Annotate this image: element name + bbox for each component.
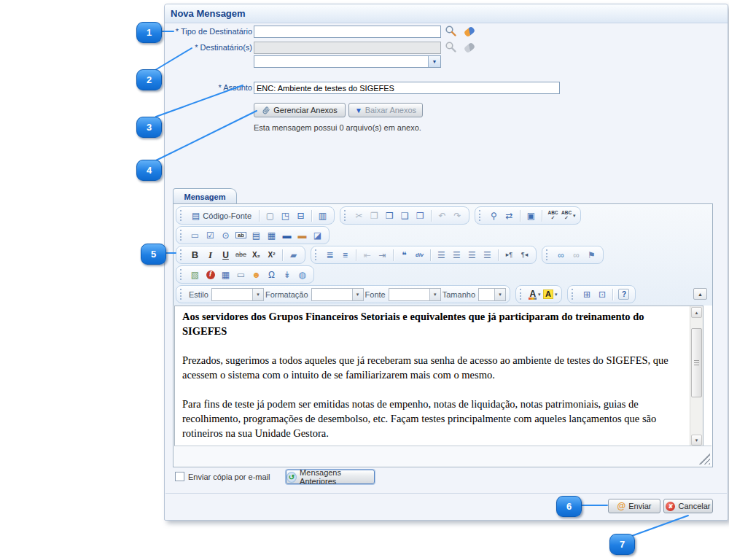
align-justify-icon[interactable]: ☰ [480, 248, 494, 262]
chevron-down-icon[interactable]: ▾ [252, 289, 263, 300]
bullet-list-icon[interactable]: ≡ [338, 248, 352, 262]
replace-icon[interactable]: ⇄ [502, 209, 516, 222]
chevron-down-icon[interactable]: ▾ [538, 292, 541, 298]
smiley-icon[interactable]: ☻ [249, 268, 263, 281]
print-icon[interactable]: ⊟ [294, 209, 308, 222]
paste-from-word-icon[interactable]: ❒ [413, 209, 427, 222]
download-attachments-label: Baixar Anexos [365, 106, 416, 114]
special-char-icon[interactable]: Ω [265, 268, 278, 281]
align-center-icon-glyph: ☰ [453, 251, 461, 260]
align-right-icon[interactable]: ☰ [465, 248, 479, 262]
spell-check-icon[interactable]: ABC ✓ [546, 209, 560, 222]
send-button[interactable]: @ Enviar [608, 499, 660, 513]
chevron-down-icon[interactable]: ▾ [352, 289, 363, 300]
recipient-type-input[interactable] [254, 26, 441, 38]
new-page-icon[interactable]: ▢ [263, 209, 277, 222]
subscript-icon[interactable]: X₂ [249, 248, 263, 262]
select-all-icon[interactable]: ▣ [524, 209, 538, 222]
maximize-icon[interactable]: ⊞ [580, 287, 593, 301]
recipients-dropdown[interactable]: ▼ [254, 55, 441, 68]
textarea-field-icon[interactable]: ▤ [249, 228, 263, 242]
scroll-up-icon[interactable]: ▲ [691, 307, 702, 318]
spell-check-as-you-type-icon[interactable]: ABC ✓▾ [561, 209, 576, 222]
previous-messages-button[interactable]: ↺ Mensagens Anteriores [286, 470, 375, 484]
chevron-down-icon[interactable]: ▾ [494, 289, 505, 300]
bg-color-icon[interactable]: A▾ [543, 287, 557, 301]
insert-image-icon[interactable]: ▧ [188, 268, 202, 281]
paste-as-text-icon[interactable]: ❑ [398, 209, 412, 222]
remove-format-icon[interactable]: ▰ [286, 248, 300, 262]
iframe-icon[interactable]: ◍ [295, 268, 309, 281]
templates-icon[interactable]: ▥ [316, 209, 330, 222]
hidden-field-icon[interactable]: ◪ [311, 228, 324, 242]
indent-icon[interactable]: ⇥ [375, 248, 389, 262]
cancel-button[interactable]: ✘ Cancelar [663, 499, 713, 513]
editor-scrollbar[interactable]: ▲ ▼ [690, 306, 703, 446]
select-field-icon[interactable]: ▦ [265, 228, 278, 242]
preview-icon[interactable]: ◳ [278, 209, 292, 222]
toolbar-separator [498, 249, 499, 261]
toolbar-grip [572, 289, 575, 300]
about-icon[interactable]: ? [617, 287, 631, 301]
page-break-icon[interactable]: ↡ [280, 268, 294, 281]
italic-icon[interactable]: I [203, 248, 217, 262]
numbered-list-icon[interactable]: ≣ [323, 248, 337, 262]
blockquote-icon[interactable]: ❝ [397, 248, 411, 262]
download-attachments-button[interactable]: ▼ Baixar Anexos [348, 103, 423, 117]
text-direction-ltr-icon[interactable]: ▸¶ [502, 248, 516, 262]
paste-icon[interactable]: ❒ [383, 209, 397, 222]
flash-icon[interactable]: f [203, 268, 217, 281]
resize-handle[interactable] [698, 453, 710, 464]
anchor-icon[interactable]: ⚑ [585, 248, 599, 262]
paste-icon-glyph: ❒ [386, 211, 394, 220]
scrollbar-thumb[interactable] [691, 328, 702, 397]
manage-attachments-button[interactable]: Gerenciar Anexos [254, 103, 346, 117]
scroll-down-icon[interactable]: ▼ [691, 435, 702, 446]
text-field-icon[interactable]: ab [234, 228, 248, 242]
form-fieldset-icon[interactable]: ▭ [188, 228, 202, 242]
superscript-icon[interactable]: X² [265, 248, 278, 262]
strikethrough-icon[interactable]: abe [234, 248, 248, 262]
toolbar-collapse-button[interactable]: ▲ [693, 288, 707, 300]
chevron-down-icon[interactable]: ▼ [428, 56, 440, 67]
font-select[interactable]: ▾ [389, 288, 441, 301]
format-select[interactable]: ▾ [311, 288, 364, 301]
radio-field-icon[interactable]: ⊙ [219, 228, 233, 242]
table-icon[interactable]: ▦ [219, 268, 233, 281]
toolbar-separator [393, 249, 394, 261]
link-icon[interactable]: ∞ [554, 248, 568, 262]
size-select[interactable]: ▾ [478, 288, 506, 301]
subject-input[interactable] [254, 82, 560, 94]
recipient-type-search-button[interactable] [443, 24, 458, 38]
checkbox-field-icon[interactable]: ☑ [203, 228, 217, 242]
size-select-label: Tamanho [443, 290, 475, 299]
tab-mensagem[interactable]: Mensagem [173, 188, 237, 205]
image-button-field-icon-glyph: ▬ [298, 231, 307, 240]
send-copy-checkbox[interactable] [175, 472, 184, 481]
image-button-field-icon[interactable]: ▬ [295, 228, 309, 242]
button-field-icon[interactable]: ▬ [280, 228, 294, 242]
show-blocks-icon[interactable]: ⊡ [595, 287, 609, 301]
source-button[interactable]: ▤Código-Fonte [188, 209, 255, 222]
callout-7: 7 [609, 534, 635, 555]
chevron-down-icon[interactable]: ▾ [429, 289, 440, 300]
align-left-icon[interactable]: ☰ [434, 248, 448, 262]
toolbar-separator [311, 210, 312, 222]
editor-content[interactable]: Aos servidores dos Grupos Financeiros Se… [174, 306, 703, 447]
horizontal-rule-icon[interactable]: ▭ [234, 268, 248, 281]
chevron-down-icon[interactable]: ▾ [555, 292, 558, 298]
underline-icon[interactable]: U [219, 248, 233, 262]
div-container-icon[interactable]: div [413, 248, 426, 262]
chevron-down-icon[interactable]: ▾ [573, 213, 576, 219]
editor-body[interactable]: Aos servidores dos Grupos Financeiros Se… [175, 306, 690, 446]
bold-icon[interactable]: B [188, 248, 202, 262]
recipient-type-clear-button[interactable] [462, 25, 477, 39]
text-color-icon[interactable]: A▾ [528, 287, 542, 301]
find-icon[interactable]: ⚲ [487, 209, 501, 222]
text-direction-rtl-icon[interactable]: ¶◂ [518, 248, 531, 262]
at-sign-icon: @ [617, 501, 626, 511]
insert-image-icon-glyph: ▧ [191, 271, 199, 279]
superscript-icon-glyph: X² [268, 252, 276, 259]
style-select[interactable]: ▾ [211, 288, 264, 301]
align-center-icon[interactable]: ☰ [450, 248, 464, 262]
